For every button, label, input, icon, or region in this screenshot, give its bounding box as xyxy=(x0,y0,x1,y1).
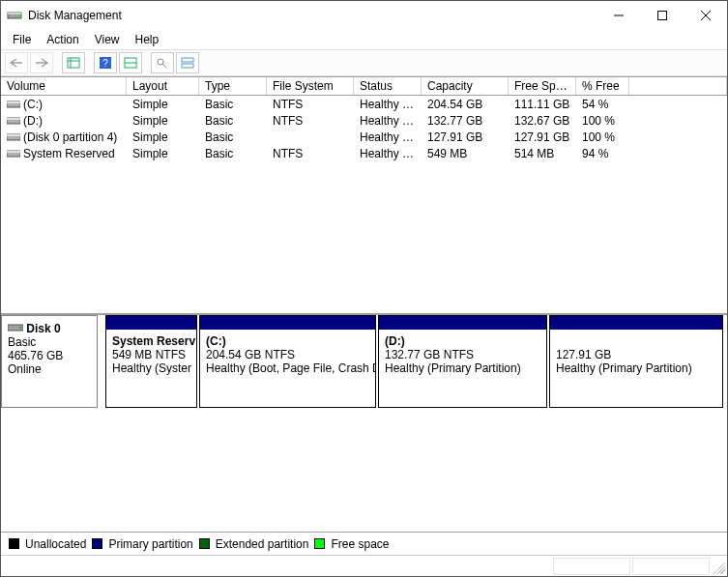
table-row[interactable]: (Disk 0 partition 4)SimpleBasicHealthy (… xyxy=(1,129,727,145)
col-pctfree[interactable]: % Free xyxy=(576,77,629,95)
disk-management-window: Disk Management File Action View Help ? … xyxy=(0,0,728,577)
col-blank[interactable] xyxy=(629,77,727,95)
volume-list[interactable]: (C:)SimpleBasicNTFSHealthy (B...204.54 G… xyxy=(1,96,727,313)
table-row[interactable]: (C:)SimpleBasicNTFSHealthy (B...204.54 G… xyxy=(1,96,727,112)
menu-file[interactable]: File xyxy=(5,31,39,48)
partition[interactable]: 127.91 GBHealthy (Primary Partition) xyxy=(549,315,723,408)
status-cell-2 xyxy=(632,558,710,575)
legend-unallocated: Unallocated xyxy=(25,537,86,551)
status-cell-1 xyxy=(553,558,630,575)
toolbar: ? xyxy=(1,49,727,76)
col-layout[interactable]: Layout xyxy=(127,77,199,95)
partition-bar xyxy=(550,316,722,330)
drive-icon xyxy=(7,99,20,108)
partition-map: System Reserv549 MB NTFSHealthy (Syster(… xyxy=(105,315,727,408)
close-button[interactable] xyxy=(684,1,727,30)
drive-icon xyxy=(7,131,20,141)
toolbar-search[interactable] xyxy=(151,52,174,73)
table-row[interactable]: (D:)SimpleBasicNTFSHealthy (P...132.77 G… xyxy=(1,112,727,129)
status-bar xyxy=(1,555,727,576)
partition-text: 127.91 GBHealthy (Primary Partition) xyxy=(550,330,722,380)
partition-bar xyxy=(106,316,196,330)
legend-primary: Primary partition xyxy=(108,537,192,551)
graphical-pane: Disk 0 Basic 465.76 GB Online System Res… xyxy=(1,315,727,532)
partition[interactable]: (D:)132.77 GB NTFSHealthy (Primary Parti… xyxy=(378,315,547,408)
partition[interactable]: System Reserv549 MB NTFSHealthy (Syster xyxy=(105,315,197,408)
disk-size: 465.76 GB xyxy=(8,349,63,362)
legend: Unallocated Primary partition Extended p… xyxy=(1,532,727,555)
svg-rect-17 xyxy=(182,64,193,68)
svg-rect-1 xyxy=(8,13,21,14)
partition-bar xyxy=(379,316,546,330)
disk-type: Basic xyxy=(8,335,36,349)
volume-list-header: Volume Layout Type File System Status Ca… xyxy=(1,76,727,96)
back-button[interactable] xyxy=(5,52,28,73)
partition-text: (D:)132.77 GB NTFSHealthy (Primary Parti… xyxy=(379,330,546,380)
disk-info[interactable]: Disk 0 Basic 465.76 GB Online xyxy=(1,315,98,408)
toolbar-view-3[interactable] xyxy=(176,52,199,73)
partition-text: System Reserv549 MB NTFSHealthy (Syster xyxy=(106,330,196,380)
partition-text: (C:)204.54 GB NTFSHealthy (Boot, Page Fi… xyxy=(200,330,375,380)
maximize-button[interactable] xyxy=(640,1,684,30)
menu-view[interactable]: View xyxy=(87,31,128,48)
drive-icon xyxy=(7,115,20,125)
help-button[interactable]: ? xyxy=(94,52,117,73)
table-row[interactable]: System ReservedSimpleBasicNTFSHealthy (S… xyxy=(1,145,727,161)
legend-extended: Extended partition xyxy=(216,537,309,551)
col-status[interactable]: Status xyxy=(354,77,422,95)
toolbar-view-2[interactable] xyxy=(119,52,142,73)
disk-name: Disk 0 xyxy=(26,322,60,335)
menu-action[interactable]: Action xyxy=(39,31,86,48)
partition[interactable]: (C:)204.54 GB NTFSHealthy (Boot, Page Fi… xyxy=(199,315,376,408)
drive-icon xyxy=(8,322,23,335)
window-title: Disk Management xyxy=(28,9,597,22)
resize-grip[interactable] xyxy=(710,559,725,574)
svg-point-2 xyxy=(17,14,19,16)
col-capacity[interactable]: Capacity xyxy=(422,77,509,95)
toolbar-view-1[interactable] xyxy=(62,52,85,73)
menu-bar: File Action View Help xyxy=(1,30,727,49)
svg-line-15 xyxy=(162,64,166,68)
svg-rect-19 xyxy=(7,101,20,103)
minimize-button[interactable] xyxy=(597,1,640,30)
disk-status: Online xyxy=(8,362,42,376)
svg-rect-4 xyxy=(657,12,666,20)
svg-rect-23 xyxy=(7,134,20,136)
col-freespace[interactable]: Free Spa... xyxy=(509,77,576,95)
legend-free: Free space xyxy=(331,537,389,551)
svg-point-27 xyxy=(19,327,21,329)
svg-rect-16 xyxy=(182,58,193,62)
col-type[interactable]: Type xyxy=(199,77,267,95)
title-bar: Disk Management xyxy=(1,1,727,30)
forward-button[interactable] xyxy=(30,52,53,73)
swatch-free xyxy=(314,538,325,549)
col-volume[interactable]: Volume xyxy=(1,77,127,95)
col-filesystem[interactable]: File System xyxy=(267,77,354,95)
partition-bar xyxy=(200,316,375,330)
svg-rect-21 xyxy=(7,118,20,120)
disk-row: Disk 0 Basic 465.76 GB Online System Res… xyxy=(1,315,727,408)
svg-rect-25 xyxy=(7,151,20,153)
svg-rect-7 xyxy=(68,58,79,68)
app-icon xyxy=(7,8,22,23)
swatch-unallocated xyxy=(9,538,19,549)
menu-help[interactable]: Help xyxy=(128,31,167,48)
swatch-primary xyxy=(92,538,102,549)
drive-icon xyxy=(7,148,20,158)
svg-text:?: ? xyxy=(102,58,108,69)
swatch-extended xyxy=(199,538,210,549)
